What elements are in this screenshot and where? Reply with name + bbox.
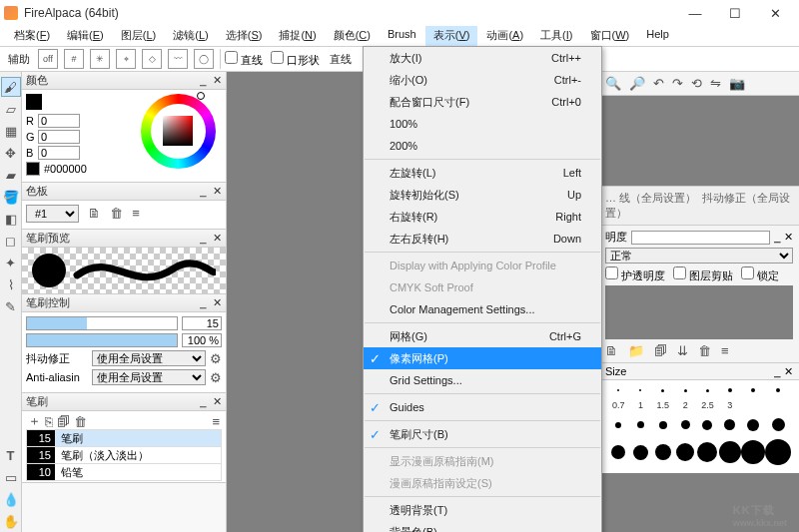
panel-menu-icon[interactable]: ⎯ — [200, 74, 207, 87]
assist-grid-button[interactable]: # — [62, 48, 86, 70]
new-folder-icon[interactable]: 📁 — [628, 343, 644, 358]
lock-checkbox[interactable]: 锁定 — [741, 266, 779, 283]
add-brush2-icon[interactable]: ⎘ — [45, 414, 53, 429]
size-dot[interactable] — [615, 422, 621, 428]
size-dot[interactable] — [719, 441, 741, 463]
panel-close-icon[interactable]: ✕ — [213, 74, 222, 87]
menu-3[interactable]: 滤镜(L) — [165, 26, 216, 46]
aa-select[interactable]: 使用全局设置 — [92, 369, 206, 385]
brush-tool[interactable]: 🖌 — [1, 77, 21, 97]
menu-7[interactable]: Brush — [380, 26, 424, 46]
dup-layer-icon[interactable]: 🗐 — [654, 343, 667, 358]
rotate-right-icon[interactable]: ↷ — [672, 76, 683, 91]
size-dot[interactable] — [728, 388, 732, 392]
protect-alpha-checkbox[interactable]: 护透明度 — [605, 266, 665, 283]
menu-item[interactable]: ✓Guides — [364, 396, 601, 418]
menu-item[interactable]: 网格(G)Ctrl+G — [364, 325, 601, 347]
fg-bg-swatch[interactable] — [26, 94, 42, 110]
menu-item[interactable]: Grid Settings... — [364, 369, 601, 391]
hand-tool[interactable]: ✋ — [1, 511, 21, 531]
dup-brush-icon[interactable]: 🗐 — [57, 414, 70, 429]
assist-radial-button[interactable]: ✳ — [88, 48, 112, 70]
menu-item[interactable]: 右旋转(R)Right — [364, 206, 601, 228]
eyedropper-tool[interactable]: 💧 — [1, 489, 21, 509]
zoom-out-icon[interactable]: 🔎 — [629, 76, 645, 91]
menu-item[interactable]: ✓像素网格(P) — [364, 347, 601, 369]
opacity-value[interactable]: 100 % — [182, 333, 222, 347]
select-wand-tool[interactable]: ✦ — [1, 253, 21, 272]
b-input[interactable] — [38, 146, 80, 160]
size-dot[interactable] — [697, 442, 717, 462]
size-slider[interactable] — [26, 316, 178, 330]
blend-mode-select[interactable]: 正常 — [605, 248, 793, 264]
wobble-gear-icon[interactable]: ⚙ — [210, 351, 222, 366]
menu-0[interactable]: 档案(F) — [6, 26, 58, 46]
text-tool[interactable]: T — [1, 445, 21, 465]
size-dot[interactable] — [765, 439, 791, 465]
size-dot[interactable] — [751, 388, 755, 392]
reset-view-icon[interactable]: ⟲ — [691, 76, 702, 91]
menu-item[interactable]: 背景色(B)... — [364, 521, 601, 532]
size-dot[interactable] — [772, 418, 785, 431]
del-layer-icon[interactable]: 🗑 — [698, 343, 711, 358]
camera-icon[interactable]: 📷 — [729, 76, 745, 91]
size-dot[interactable] — [637, 421, 644, 428]
assist-focus-button[interactable]: ⌖ — [114, 48, 138, 70]
size-dot[interactable] — [741, 440, 765, 464]
g-input[interactable] — [38, 130, 80, 144]
size-dot[interactable] — [676, 443, 694, 461]
brush-menu-icon[interactable]: ≡ — [212, 414, 220, 429]
delete-palette-icon[interactable]: 🗑 — [110, 206, 123, 221]
palette-select[interactable]: #1 — [26, 205, 79, 223]
size-dot[interactable] — [659, 421, 667, 429]
menu-5[interactable]: 捕捉(N) — [271, 26, 324, 46]
minimize-button[interactable]: — — [675, 0, 715, 26]
add-palette-icon[interactable]: 🗎 — [88, 206, 101, 221]
menu-12[interactable]: Help — [638, 26, 677, 46]
assist-curve-button[interactable]: 〰 — [166, 48, 190, 70]
panel-tool[interactable]: ▭ — [1, 467, 21, 487]
menu-6[interactable]: 颜色(C) — [326, 26, 379, 46]
menu-9[interactable]: 动画(A) — [478, 26, 531, 46]
eraser-tool[interactable]: ▱ — [1, 99, 21, 119]
dot-tool[interactable]: ▦ — [1, 121, 21, 141]
new-layer-icon[interactable]: 🗎 — [605, 343, 618, 358]
select-lasso-tool[interactable]: ⌇ — [1, 274, 21, 294]
size-dot[interactable] — [661, 389, 664, 392]
brush-row[interactable]: 15笔刷 — [26, 429, 222, 447]
menu-4[interactable]: 选择(S) — [218, 26, 271, 46]
size-value[interactable]: 15 — [182, 316, 222, 330]
layer-menu-icon[interactable]: ≡ — [721, 343, 729, 358]
size-dot[interactable] — [724, 419, 735, 430]
menu-item[interactable]: 放大(I)Ctrl++ — [364, 47, 601, 69]
layer-opacity-slider[interactable] — [631, 231, 770, 245]
size-dot[interactable] — [702, 420, 712, 430]
size-dot[interactable] — [681, 420, 690, 429]
color-wheel[interactable] — [141, 94, 216, 169]
menu-1[interactable]: 编辑(E) — [59, 26, 112, 46]
size-dot[interactable] — [706, 389, 709, 392]
gradient-tool[interactable]: ◧ — [1, 209, 21, 229]
fill-tool[interactable]: ▰ — [1, 165, 21, 185]
size-dot[interactable] — [617, 389, 619, 391]
close-button[interactable]: ✕ — [755, 0, 795, 26]
aa-gear-icon[interactable]: ⚙ — [210, 370, 222, 385]
menu-10[interactable]: 工具(I) — [532, 26, 580, 46]
size-dot[interactable] — [747, 419, 759, 431]
move-tool[interactable]: ✥ — [1, 143, 21, 163]
size-dot[interactable] — [611, 445, 625, 459]
line-checkbox[interactable]: 直线 — [225, 51, 263, 68]
opacity-slider[interactable] — [26, 333, 178, 347]
menu-item[interactable]: 左旋转(L)Left — [364, 162, 601, 184]
menu-item[interactable]: 100% — [364, 113, 601, 135]
assist-vanish-button[interactable]: ◇ — [140, 48, 164, 70]
menu-item[interactable]: 配合窗口尺寸(F)Ctrl+0 — [364, 91, 601, 113]
r-input[interactable] — [38, 114, 80, 128]
zoom-in-icon[interactable]: 🔍 — [605, 76, 621, 91]
bucket-tool[interactable]: 🪣 — [1, 187, 21, 207]
select-rect-tool[interactable]: ◻ — [1, 231, 21, 251]
select-pen-tool[interactable]: ✎ — [1, 296, 21, 316]
menu-item[interactable]: 透明背景(T) — [364, 499, 601, 521]
menu-item[interactable]: 200% — [364, 135, 601, 157]
size-dot[interactable] — [633, 445, 648, 460]
